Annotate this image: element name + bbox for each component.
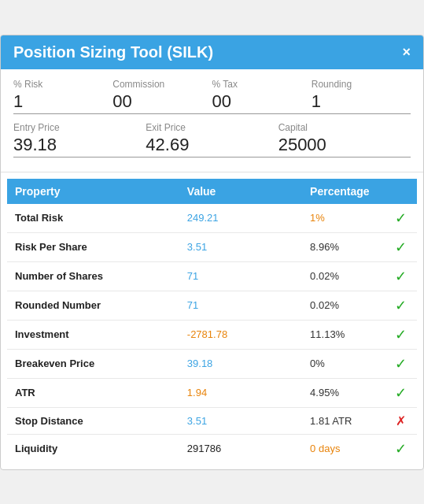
close-button[interactable]: × [402,44,411,61]
property-investment: Investment [7,320,179,349]
entry-value[interactable]: 39.18 [13,135,146,158]
value-investment: -2781.78 [179,320,302,349]
header-title: Position Sizing Tool (SILK) [13,43,213,61]
pct-atr: 4.95% [302,378,384,407]
property-stop-distance: Stop Distance [7,407,179,434]
exit-label: Exit Price [146,122,278,133]
cross-icon: ✗ [396,414,406,428]
results-table: Property Value Percentage Total Risk 249… [7,179,417,463]
table-section: Property Value Percentage Total Risk 249… [1,172,423,469]
pct-liquidity: 0 days [302,434,384,463]
checkmark-icon: ✓ [395,210,407,226]
check-num-shares: ✓ [384,261,417,291]
pct-breakeven: 0% [302,349,384,378]
checkmark-icon: ✓ [395,441,407,457]
check-atr: ✓ [384,378,417,407]
value-liquidity: 291786 [179,434,302,463]
risk-value[interactable]: 1 [13,91,112,114]
input-group-risk: % Risk 1 [13,79,112,114]
exit-value[interactable]: 42.69 [146,135,278,158]
input-group-capital: Capital 25000 [278,122,411,158]
input-group-entry: Entry Price 39.18 [13,122,146,158]
value-risk-per-share: 3.51 [179,232,302,261]
table-header-row: Property Value Percentage [7,179,417,204]
check-total-risk: ✓ [384,204,417,233]
check-stop-distance: ✗ [384,407,417,434]
col-header-value: Value [179,179,302,204]
tax-label: % Tax [212,79,312,90]
checkmark-icon: ✓ [395,239,407,255]
table-row: Risk Per Share 3.51 8.96% ✓ [7,232,417,261]
tax-value[interactable]: 00 [212,91,312,114]
input-group-tax: % Tax 00 [212,79,312,114]
property-total-risk: Total Risk [7,204,179,233]
value-num-shares: 71 [179,261,302,291]
table-row: Stop Distance 3.51 1.81 ATR ✗ [7,407,417,434]
checkmark-icon: ✓ [395,298,407,313]
pct-total-risk: 1% [302,204,384,233]
input-group-rounding: Rounding 1 [312,79,411,114]
header: Position Sizing Tool (SILK) × [1,35,423,69]
value-total-risk: 249.21 [179,204,302,233]
table-row: Rounded Number 71 0.02% ✓ [7,291,417,320]
pct-rounded-num: 0.02% [302,291,384,320]
check-rounded-num: ✓ [384,291,417,320]
check-investment: ✓ [384,320,417,349]
value-stop-distance: 3.51 [179,407,302,434]
value-breakeven: 39.18 [179,349,302,378]
col-header-percentage: Percentage [302,179,384,204]
property-liquidity: Liquidity [7,434,179,463]
pct-stop-distance: 1.81 ATR [302,407,384,434]
checkmark-icon: ✓ [395,356,407,372]
pct-num-shares: 0.02% [302,261,384,291]
col-header-property: Property [7,179,179,204]
property-breakeven: Breakeven Price [7,349,179,378]
check-risk-per-share: ✓ [384,232,417,261]
table-row: Breakeven Price 39.18 0% ✓ [7,349,417,378]
table-row: Total Risk 249.21 1% ✓ [7,204,417,233]
input-group-commission: Commission 00 [112,79,212,114]
table-row: Number of Shares 71 0.02% ✓ [7,261,417,291]
input-row-2: Entry Price 39.18 Exit Price 42.69 Capit… [13,122,411,158]
checkmark-icon: ✓ [395,269,407,284]
rounding-label: Rounding [312,79,411,90]
property-num-shares: Number of Shares [7,261,179,291]
entry-label: Entry Price [13,122,146,133]
checkmark-icon: ✓ [395,385,407,401]
table-row: Investment -2781.78 11.13% ✓ [7,320,417,349]
table-row: Liquidity 291786 0 days ✓ [7,434,417,463]
risk-label: % Risk [13,79,112,90]
rounding-value[interactable]: 1 [312,91,411,114]
check-liquidity: ✓ [384,434,417,463]
property-atr: ATR [7,378,179,407]
table-row: ATR 1.94 4.95% ✓ [7,378,417,407]
pct-investment: 11.13% [302,320,384,349]
property-rounded-num: Rounded Number [7,291,179,320]
value-atr: 1.94 [179,378,302,407]
value-rounded-num: 71 [179,291,302,320]
input-group-exit: Exit Price 42.69 [146,122,278,158]
commission-label: Commission [112,79,212,90]
tool-container: Position Sizing Tool (SILK) × % Risk 1 C… [0,35,424,470]
property-risk-per-share: Risk Per Share [7,232,179,261]
input-row-1: % Risk 1 Commission 00 % Tax 00 Rounding… [13,79,411,114]
capital-label: Capital [278,122,411,133]
col-header-check [384,179,417,204]
commission-value[interactable]: 00 [112,91,212,114]
inputs-section: % Risk 1 Commission 00 % Tax 00 Rounding… [1,69,423,172]
checkmark-icon: ✓ [395,327,407,343]
capital-value[interactable]: 25000 [278,135,411,158]
pct-risk-per-share: 8.96% [302,232,384,261]
check-breakeven: ✓ [384,349,417,378]
